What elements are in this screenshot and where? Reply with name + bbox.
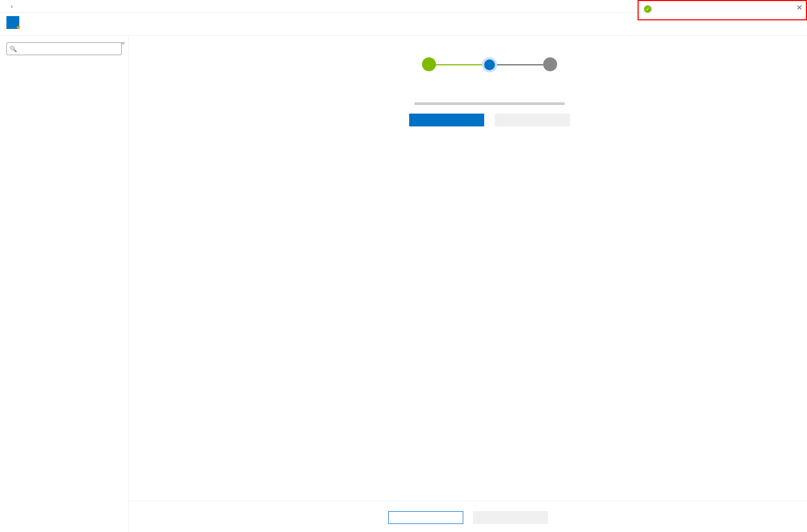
- sidebar: « 🔍: [0, 36, 129, 532]
- footer-actions: [129, 501, 807, 532]
- step-3-icon: [543, 57, 557, 71]
- close-icon[interactable]: ✕: [796, 3, 803, 12]
- abort-button: [495, 114, 570, 126]
- previous-button[interactable]: [388, 511, 463, 524]
- search-input[interactable]: [6, 42, 122, 55]
- main-content: [129, 36, 807, 532]
- start-sync-button[interactable]: [409, 114, 484, 126]
- sync-progress-bar: [414, 102, 565, 105]
- next-button: [473, 511, 548, 524]
- success-icon: ✓: [644, 5, 651, 13]
- service-bus-icon: [6, 16, 19, 29]
- step-1-done-icon: [422, 57, 436, 71]
- collapse-icon[interactable]: «: [121, 39, 125, 47]
- step-line-1: [436, 64, 482, 65]
- search-icon: 🔍: [10, 46, 17, 53]
- step-2-active-icon: [482, 57, 497, 72]
- step-line-2: [497, 64, 543, 65]
- breadcrumb-separator: ›: [11, 3, 13, 10]
- notification-toast: ✕ ✓: [638, 0, 807, 20]
- stepper: [225, 57, 753, 77]
